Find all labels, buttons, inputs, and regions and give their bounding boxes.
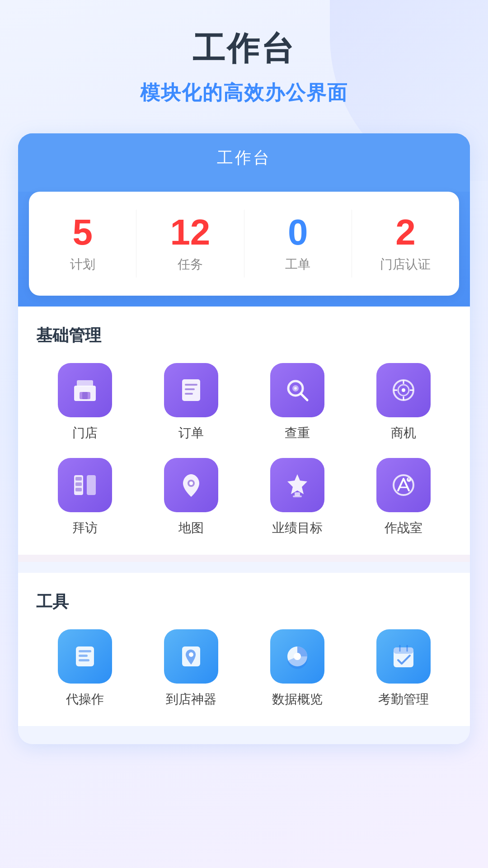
attendance-icon-box (376, 629, 431, 684)
svg-rect-20 (87, 475, 96, 495)
main-card: 工作台 5 计划 12 任务 0 工单 2 门店认证 基础管理 (18, 133, 470, 744)
svg-rect-41 (394, 647, 413, 654)
dedup-icon (283, 376, 312, 405)
map-icon (177, 471, 206, 500)
map-icon-box (164, 458, 218, 512)
order-icon-box (164, 363, 218, 417)
stat-workorder-number: 0 (244, 214, 352, 250)
menu-item-warroom[interactable]: 作战室 (355, 458, 452, 537)
section-basic-title: 基础管理 (36, 325, 452, 347)
svg-rect-3 (82, 392, 88, 399)
stat-workorder[interactable]: 0 工单 (244, 210, 352, 278)
checkin-icon (177, 642, 206, 671)
visit-icon (70, 471, 99, 500)
menu-item-store[interactable]: 门店 (36, 363, 133, 442)
svg-rect-34 (79, 655, 88, 657)
svg-point-11 (294, 387, 297, 390)
attendance-icon (389, 642, 418, 671)
svg-line-9 (301, 394, 307, 400)
store-icon (70, 376, 99, 405)
opportunity-label: 商机 (391, 425, 416, 442)
proxy-label: 代操作 (66, 691, 104, 708)
svg-rect-21 (75, 477, 82, 481)
svg-point-39 (294, 653, 301, 660)
order-label: 订单 (178, 425, 204, 442)
svg-rect-5 (185, 384, 197, 386)
page-subtitle: 模块化的高效办公界面 (18, 80, 470, 106)
svg-rect-26 (295, 492, 300, 496)
section-tools-title: 工具 (36, 591, 452, 613)
stat-store-auth[interactable]: 2 门店认证 (352, 210, 459, 278)
data-icon (283, 642, 312, 671)
svg-point-14 (402, 388, 405, 392)
stat-task[interactable]: 12 任务 (136, 210, 244, 278)
menu-item-map[interactable]: 地图 (142, 458, 239, 537)
stat-plan-number: 5 (29, 214, 136, 250)
section-divider (18, 555, 470, 562)
svg-rect-22 (75, 482, 82, 486)
svg-rect-35 (79, 659, 89, 661)
stat-task-label: 任务 (136, 256, 244, 273)
map-label: 地图 (178, 519, 204, 537)
attendance-label: 考勤管理 (378, 691, 429, 708)
stat-plan-label: 计划 (29, 256, 136, 273)
checkin-label: 到店神器 (166, 691, 216, 708)
dedup-icon-box (270, 363, 324, 417)
svg-rect-23 (75, 488, 82, 491)
stat-store-auth-number: 2 (352, 214, 459, 250)
stat-task-number: 12 (136, 214, 244, 250)
stat-workorder-label: 工单 (244, 256, 352, 273)
svg-point-37 (189, 652, 193, 657)
checkin-icon-box (164, 629, 218, 684)
svg-rect-6 (185, 388, 195, 390)
stat-plan[interactable]: 5 计划 (29, 210, 136, 278)
section-basic: 基础管理 门店 (18, 307, 470, 555)
svg-rect-33 (79, 650, 91, 652)
data-label: 数据概览 (272, 691, 323, 708)
warroom-icon-box (376, 458, 431, 512)
opportunity-icon-box (376, 363, 431, 417)
tools-icon-grid: 代操作 到店神器 (36, 629, 452, 708)
card-header: 工作台 (18, 133, 470, 192)
menu-item-dedup[interactable]: 查重 (249, 363, 346, 442)
dedup-label: 查重 (285, 425, 310, 442)
stats-section: 5 计划 12 任务 0 工单 2 门店认证 (29, 192, 459, 296)
stat-store-auth-label: 门店认证 (352, 256, 459, 273)
menu-item-order[interactable]: 订单 (142, 363, 239, 442)
proxy-icon (70, 642, 99, 671)
warroom-icon (389, 471, 418, 500)
store-icon-box (58, 363, 112, 417)
opportunity-icon (389, 376, 418, 405)
performance-icon-box (270, 458, 324, 512)
menu-item-proxy[interactable]: 代操作 (36, 629, 133, 708)
visit-icon-box (58, 458, 112, 512)
section-tools: 工具 代操作 (18, 573, 470, 726)
visit-label: 拜访 (72, 519, 98, 537)
menu-item-opportunity[interactable]: 商机 (355, 363, 452, 442)
performance-icon (283, 471, 312, 500)
data-icon-box (270, 629, 324, 684)
svg-point-25 (189, 481, 193, 485)
menu-item-performance[interactable]: 业绩目标 (249, 458, 346, 537)
menu-item-attendance[interactable]: 考勤管理 (355, 629, 452, 708)
menu-item-visit[interactable]: 拜访 (36, 458, 133, 537)
menu-item-data[interactable]: 数据概览 (249, 629, 346, 708)
order-icon (177, 376, 206, 405)
menu-item-checkin[interactable]: 到店神器 (142, 629, 239, 708)
performance-label: 业绩目标 (272, 519, 323, 537)
warroom-label: 作战室 (385, 519, 422, 537)
page-title: 工作台 (18, 27, 470, 71)
basic-icon-grid: 门店 订单 (36, 363, 452, 537)
store-label: 门店 (72, 425, 98, 442)
proxy-icon-box (58, 629, 112, 684)
svg-rect-1 (77, 380, 93, 387)
svg-rect-7 (185, 393, 193, 395)
svg-rect-27 (293, 495, 302, 497)
